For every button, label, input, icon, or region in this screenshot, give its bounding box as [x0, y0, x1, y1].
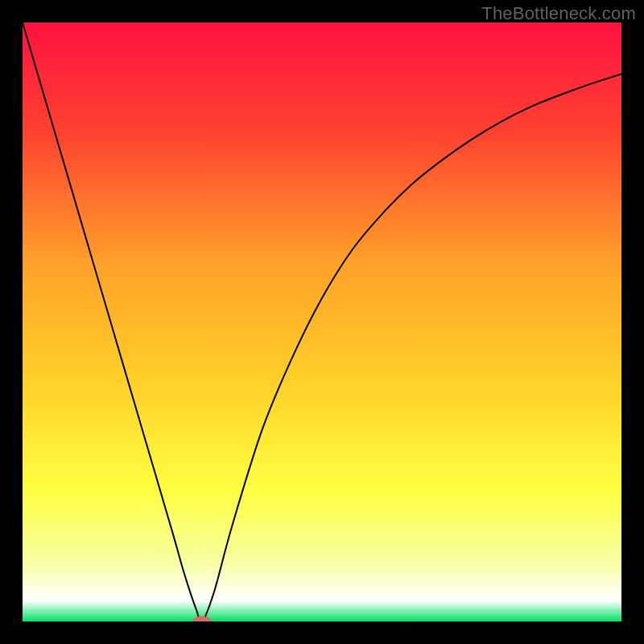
gradient-background — [23, 23, 621, 621]
chart-svg — [23, 23, 621, 621]
watermark-text: TheBottleneck.com — [481, 3, 636, 24]
plot-area — [23, 23, 621, 621]
chart-frame: TheBottleneck.com — [0, 0, 644, 644]
